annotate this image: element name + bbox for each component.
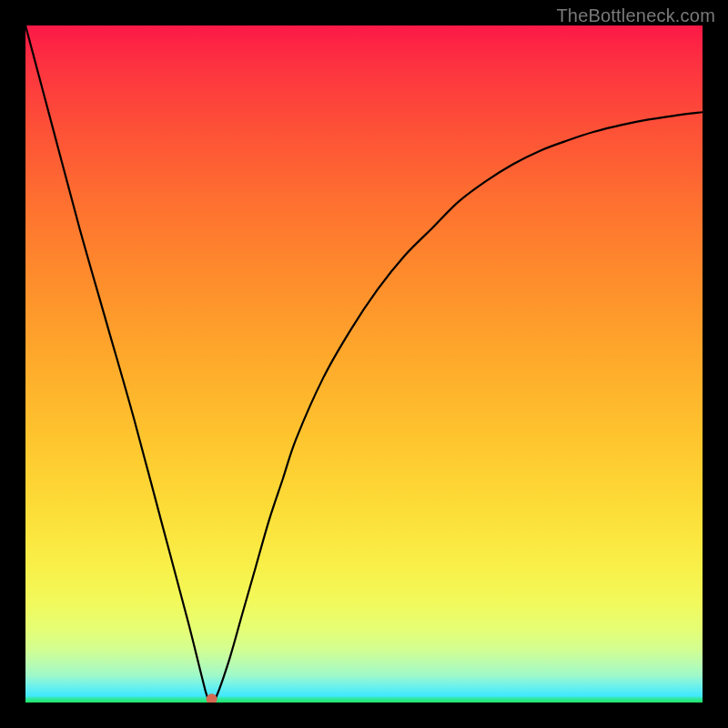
curve-line (25, 25, 703, 703)
bottleneck-curve-chart (25, 25, 703, 703)
plot-area (25, 25, 703, 703)
chart-frame: TheBottleneck.com (0, 0, 728, 728)
minimum-marker (207, 693, 217, 703)
watermark-text: TheBottleneck.com (556, 5, 715, 26)
